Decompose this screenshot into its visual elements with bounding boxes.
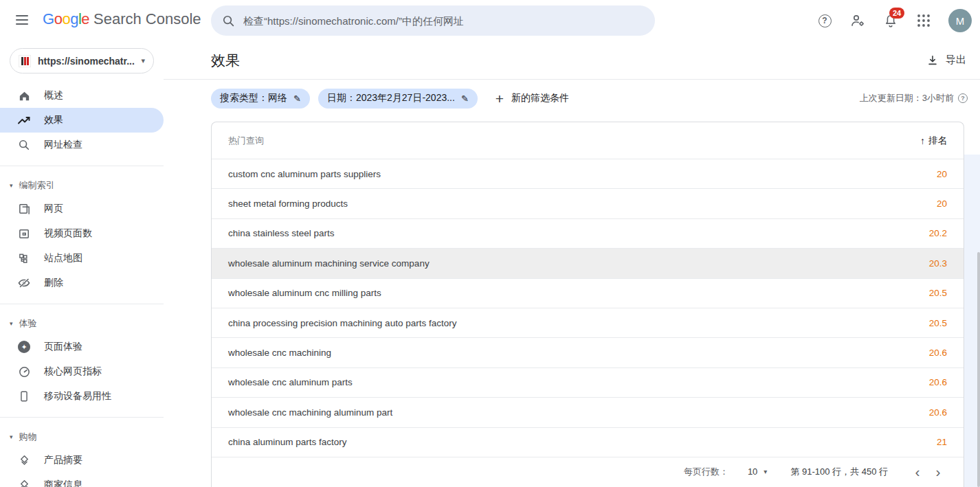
position-cell: 20.6 xyxy=(929,377,947,387)
export-label: 导出 xyxy=(946,54,966,67)
table-header-row: 热门查询 ↑ 排名 xyxy=(212,122,964,159)
help-icon[interactable]: ? xyxy=(816,12,833,29)
table-row[interactable]: sheet metal forming products20 xyxy=(212,188,964,218)
sidebar-item-url-inspection[interactable]: 网址检查 xyxy=(0,133,164,157)
sidebar-item-page-experience[interactable]: ✦ 页面体验 xyxy=(0,335,164,359)
url-inspection-searchbox[interactable] xyxy=(211,5,655,36)
position-cell: 20.6 xyxy=(929,348,947,358)
date-range-chip[interactable]: 日期：2023年2月27日-2023... ✎ xyxy=(318,89,478,109)
sidebar-item-label: 删除 xyxy=(44,277,63,289)
product-name: Search Console xyxy=(93,10,201,27)
query-cell: china aluminum parts factory xyxy=(228,437,347,447)
new-filter-button[interactable]: + 新的筛选条件 xyxy=(495,91,569,106)
sidebar-item-performance[interactable]: 效果 xyxy=(0,108,164,133)
search-icon xyxy=(222,14,235,27)
page-scrollbar[interactable] xyxy=(977,252,980,487)
query-cell: wholesale aluminum cnc milling parts xyxy=(228,288,381,298)
sidebar-item-label: 概述 xyxy=(44,89,63,102)
position-cell: 20.5 xyxy=(929,318,947,328)
sidebar-item-mobile-usability[interactable]: 移动设备易用性 xyxy=(0,384,164,409)
query-cell: china processing precision machining aut… xyxy=(228,318,456,328)
apps-grid-icon[interactable] xyxy=(915,12,932,29)
pagination-bar: 每页行数： 10 ▾ 第 91-100 行，共 450 行 ‹ › xyxy=(212,457,964,486)
table-row[interactable]: wholesale cnc machining20.6 xyxy=(212,337,964,367)
video-pages-icon xyxy=(17,227,31,240)
export-button[interactable]: 导出 xyxy=(926,54,966,67)
page-experience-icon: ✦ xyxy=(17,340,31,354)
sitemap-icon xyxy=(17,251,31,265)
sidebar-item-sitemaps[interactable]: 站点地图 xyxy=(0,246,164,271)
notification-badge: 24 xyxy=(889,8,904,19)
property-selector[interactable]: https://sinomechatr... ▾ xyxy=(10,48,154,73)
sidebar-item-label: 产品摘要 xyxy=(44,454,82,466)
main-content: 效果 导出 搜索类型：网络 ✎ 日期：2023年2月27日-2023... ✎ … xyxy=(164,41,980,487)
table-row[interactable]: china processing precision machining aut… xyxy=(212,308,964,337)
chevron-down-icon: ▾ xyxy=(10,182,13,189)
section-label: 购物 xyxy=(19,431,37,443)
sidebar-item-label: 移动设备易用性 xyxy=(44,390,111,403)
rows-per-page-select[interactable]: 10 ▾ xyxy=(748,466,768,477)
account-avatar[interactable]: M xyxy=(948,9,972,32)
property-label: https://sinomechatr... xyxy=(38,56,135,67)
table-row[interactable]: wholesale aluminum cnc milling parts20.5 xyxy=(212,278,964,308)
position-cell: 20.2 xyxy=(929,228,947,238)
notifications-bell-icon[interactable]: 24 xyxy=(882,12,899,29)
sidebar-section-experience[interactable]: ▾ 体验 xyxy=(0,313,164,335)
sidebar-item-video-pages[interactable]: 视频页面数 xyxy=(0,221,164,246)
sidebar-item-removals[interactable]: 删除 xyxy=(0,271,164,295)
sidebar-nav: https://sinomechatr... ▾ 概述 效果 网址检查 ▾ 编制… xyxy=(0,41,164,487)
position-cell: 21 xyxy=(937,437,947,447)
column-header-position[interactable]: ↑ 排名 xyxy=(920,135,947,147)
table-row[interactable]: china stainless steel parts20.2 xyxy=(212,218,964,248)
sidebar-item-pages[interactable]: 网页 xyxy=(0,196,164,221)
table-row[interactable]: wholesale cnc aluminum parts20.6 xyxy=(212,367,964,397)
next-page-button[interactable]: › xyxy=(928,464,948,479)
pagination-range: 第 91-100 行，共 450 行 xyxy=(790,466,888,478)
logo-letter: g xyxy=(70,10,78,27)
menu-icon[interactable] xyxy=(14,12,30,29)
position-cell: 20.3 xyxy=(929,258,947,269)
query-cell: china stainless steel parts xyxy=(228,228,335,238)
divider xyxy=(0,166,164,166)
table-row[interactable]: wholesale cnc machining aluminum part20.… xyxy=(212,397,964,427)
section-label: 体验 xyxy=(19,317,37,330)
sidebar-item-label: 站点地图 xyxy=(44,252,82,264)
search-type-chip[interactable]: 搜索类型：网络 ✎ xyxy=(211,89,310,109)
edit-pencil-icon: ✎ xyxy=(293,93,301,104)
top-app-bar: GoogleSearch Console ? 24 M xyxy=(0,0,980,41)
chevron-down-icon: ▾ xyxy=(137,56,145,65)
topbar-actions: ? 24 M xyxy=(816,0,972,41)
table-row[interactable]: china aluminum parts factory21 xyxy=(212,427,964,457)
queries-table-card: 热门查询 ↑ 排名 custom cnc aluminum parts supp… xyxy=(211,122,964,487)
rows-per-page-label: 每页行数： xyxy=(684,466,728,478)
position-cell: 20.6 xyxy=(929,407,947,418)
position-cell: 20.5 xyxy=(929,288,947,298)
download-icon xyxy=(926,54,939,67)
query-cell: sheet metal forming products xyxy=(228,199,348,209)
avatar-letter: M xyxy=(956,15,965,27)
layers-diamond-icon xyxy=(17,478,31,487)
sidebar-section-shopping[interactable]: ▾ 购物 xyxy=(0,426,164,448)
sidebar-item-label: 核心网页指标 xyxy=(44,365,102,378)
sidebar-item-overview[interactable]: 概述 xyxy=(0,83,164,108)
page-title: 效果 xyxy=(211,51,240,70)
column-header-label: 排名 xyxy=(928,135,947,147)
table-row[interactable]: wholesale aluminum machining service com… xyxy=(212,248,964,278)
column-header-queries[interactable]: 热门查询 xyxy=(228,135,264,147)
search-input[interactable] xyxy=(243,15,644,27)
table-row[interactable]: custom cnc aluminum parts suppliers20 xyxy=(212,159,964,188)
section-label: 编制索引 xyxy=(19,179,55,192)
sidebar-section-indexing[interactable]: ▾ 编制索引 xyxy=(0,174,164,196)
sidebar-item-merchant-listings[interactable]: 商家信息 xyxy=(0,473,164,487)
app-logo[interactable]: GoogleSearch Console xyxy=(43,10,201,28)
help-icon[interactable]: ? xyxy=(958,93,968,103)
previous-page-button[interactable]: ‹ xyxy=(907,464,928,479)
search-icon xyxy=(17,138,31,152)
pages-icon xyxy=(17,202,31,216)
user-settings-icon[interactable] xyxy=(849,12,866,29)
sidebar-item-label: 页面体验 xyxy=(44,341,82,353)
sidebar-item-core-web-vitals[interactable]: 核心网页指标 xyxy=(0,359,164,384)
sidebar-item-product-snippets[interactable]: 产品摘要 xyxy=(0,448,164,473)
sort-asc-icon: ↑ xyxy=(920,135,925,146)
chevron-down-icon: ▾ xyxy=(10,433,13,440)
